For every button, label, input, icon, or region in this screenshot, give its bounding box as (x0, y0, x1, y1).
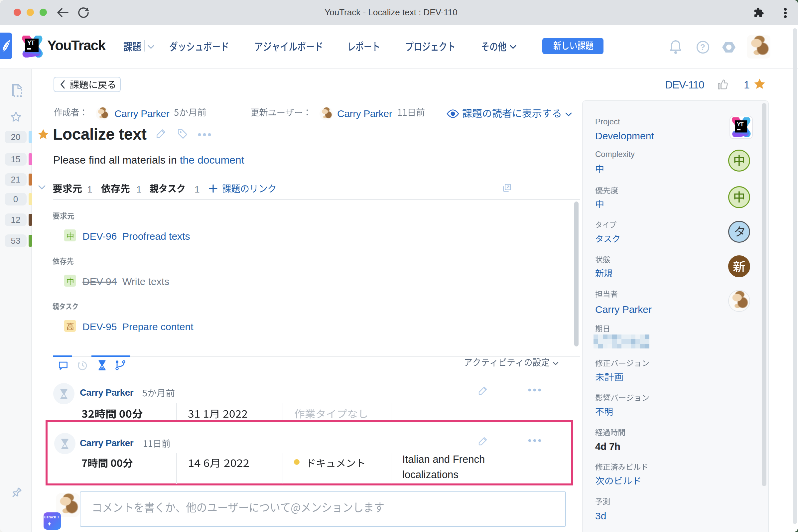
svg-text:?: ? (700, 42, 705, 52)
svg-text:YT: YT (27, 40, 35, 46)
svg-text:YT: YT (737, 121, 743, 127)
